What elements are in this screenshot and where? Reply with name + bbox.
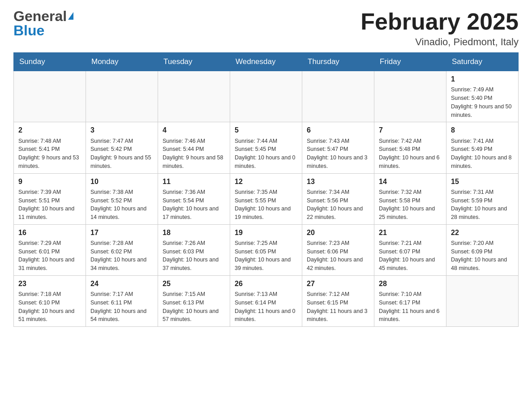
day-number: 12 — [235, 176, 297, 187]
calendar-cell: 3Sunrise: 7:47 AMSunset: 5:42 PMDaylight… — [86, 122, 158, 173]
day-info: Sunrise: 7:15 AMSunset: 6:13 PMDaylight:… — [163, 290, 225, 324]
day-number: 8 — [451, 125, 514, 135]
day-number: 20 — [307, 227, 369, 238]
day-info: Sunrise: 7:46 AMSunset: 5:44 PMDaylight:… — [163, 137, 225, 171]
day-info: Sunrise: 7:18 AMSunset: 6:10 PMDaylight:… — [18, 290, 81, 324]
calendar-cell: 15Sunrise: 7:31 AMSunset: 5:59 PMDayligh… — [446, 173, 519, 224]
calendar-cell: 13Sunrise: 7:34 AMSunset: 5:56 PMDayligh… — [302, 173, 374, 224]
weekday-header-monday: Monday — [86, 53, 158, 71]
week-row-2: 2Sunrise: 7:48 AMSunset: 5:41 PMDaylight… — [14, 122, 519, 173]
day-number: 6 — [307, 125, 369, 135]
day-info: Sunrise: 7:32 AMSunset: 5:58 PMDaylight:… — [379, 188, 442, 222]
day-number: 24 — [90, 278, 153, 289]
calendar-cell — [374, 71, 446, 122]
day-info: Sunrise: 7:29 AMSunset: 6:01 PMDaylight:… — [18, 239, 81, 273]
day-info: Sunrise: 7:41 AMSunset: 5:49 PMDaylight:… — [451, 137, 514, 171]
calendar-cell: 26Sunrise: 7:13 AMSunset: 6:14 PMDayligh… — [230, 275, 302, 326]
day-number: 25 — [163, 278, 225, 289]
day-info: Sunrise: 7:39 AMSunset: 5:51 PMDaylight:… — [18, 188, 81, 222]
day-info: Sunrise: 7:31 AMSunset: 5:59 PMDaylight:… — [451, 188, 514, 222]
day-number: 13 — [307, 176, 369, 187]
weekday-header-thursday: Thursday — [302, 53, 374, 71]
day-info: Sunrise: 7:12 AMSunset: 6:15 PMDaylight:… — [307, 290, 369, 324]
day-info: Sunrise: 7:44 AMSunset: 5:45 PMDaylight:… — [235, 137, 297, 171]
calendar-cell: 14Sunrise: 7:32 AMSunset: 5:58 PMDayligh… — [374, 173, 446, 224]
day-number: 2 — [18, 125, 81, 135]
calendar-cell: 5Sunrise: 7:44 AMSunset: 5:45 PMDaylight… — [230, 122, 302, 173]
day-number: 18 — [163, 227, 225, 238]
day-number: 14 — [379, 176, 442, 187]
day-number: 23 — [18, 278, 81, 289]
day-info: Sunrise: 7:26 AMSunset: 6:03 PMDaylight:… — [163, 239, 225, 273]
calendar-cell: 27Sunrise: 7:12 AMSunset: 6:15 PMDayligh… — [302, 275, 374, 326]
month-title: February 2025 — [360, 9, 519, 34]
logo-triangle-icon — [68, 12, 73, 20]
calendar-cell — [446, 275, 519, 326]
day-number: 21 — [379, 227, 442, 238]
calendar-cell — [302, 71, 374, 122]
weekday-header-wednesday: Wednesday — [230, 53, 302, 71]
week-row-4: 16Sunrise: 7:29 AMSunset: 6:01 PMDayligh… — [14, 224, 519, 275]
week-row-1: 1Sunrise: 7:49 AMSunset: 5:40 PMDaylight… — [14, 71, 519, 122]
title-block: February 2025 Vinadio, Piedmont, Italy — [360, 9, 519, 48]
day-info: Sunrise: 7:42 AMSunset: 5:48 PMDaylight:… — [379, 137, 442, 171]
calendar-cell: 10Sunrise: 7:38 AMSunset: 5:52 PMDayligh… — [86, 173, 158, 224]
location-title: Vinadio, Piedmont, Italy — [360, 36, 519, 48]
calendar-cell: 4Sunrise: 7:46 AMSunset: 5:44 PMDaylight… — [158, 122, 230, 173]
calendar-table: SundayMondayTuesdayWednesdayThursdayFrid… — [13, 52, 519, 327]
calendar-cell: 25Sunrise: 7:15 AMSunset: 6:13 PMDayligh… — [158, 275, 230, 326]
day-info: Sunrise: 7:36 AMSunset: 5:54 PMDaylight:… — [163, 188, 225, 222]
calendar-cell: 18Sunrise: 7:26 AMSunset: 6:03 PMDayligh… — [158, 224, 230, 275]
day-number: 26 — [235, 278, 297, 289]
day-number: 27 — [307, 278, 369, 289]
calendar-cell — [158, 71, 230, 122]
day-info: Sunrise: 7:38 AMSunset: 5:52 PMDaylight:… — [90, 188, 153, 222]
day-info: Sunrise: 7:21 AMSunset: 6:07 PMDaylight:… — [379, 239, 442, 273]
day-number: 11 — [163, 176, 225, 187]
calendar-cell: 2Sunrise: 7:48 AMSunset: 5:41 PMDaylight… — [14, 122, 86, 173]
calendar-cell — [14, 71, 86, 122]
page-header: General Blue February 2025 Vinadio, Pied… — [13, 9, 519, 48]
day-info: Sunrise: 7:28 AMSunset: 6:02 PMDaylight:… — [90, 239, 153, 273]
day-info: Sunrise: 7:20 AMSunset: 6:09 PMDaylight:… — [451, 239, 514, 273]
day-number: 5 — [235, 125, 297, 135]
calendar-cell: 1Sunrise: 7:49 AMSunset: 5:40 PMDaylight… — [446, 71, 519, 122]
calendar-cell: 17Sunrise: 7:28 AMSunset: 6:02 PMDayligh… — [86, 224, 158, 275]
calendar-cell: 22Sunrise: 7:20 AMSunset: 6:09 PMDayligh… — [446, 224, 519, 275]
day-number: 7 — [379, 125, 442, 135]
day-info: Sunrise: 7:13 AMSunset: 6:14 PMDaylight:… — [235, 290, 297, 324]
day-info: Sunrise: 7:49 AMSunset: 5:40 PMDaylight:… — [451, 86, 514, 119]
weekday-header-saturday: Saturday — [446, 53, 519, 71]
calendar-cell — [86, 71, 158, 122]
weekday-header-sunday: Sunday — [14, 53, 86, 71]
day-number: 22 — [451, 227, 514, 238]
day-info: Sunrise: 7:43 AMSunset: 5:47 PMDaylight:… — [307, 137, 369, 171]
logo-blue: Blue — [13, 23, 44, 38]
calendar-cell: 28Sunrise: 7:10 AMSunset: 6:17 PMDayligh… — [374, 275, 446, 326]
calendar-cell: 20Sunrise: 7:23 AMSunset: 6:06 PMDayligh… — [302, 224, 374, 275]
day-info: Sunrise: 7:10 AMSunset: 6:17 PMDaylight:… — [379, 290, 442, 324]
weekday-header-row: SundayMondayTuesdayWednesdayThursdayFrid… — [14, 53, 519, 71]
week-row-5: 23Sunrise: 7:18 AMSunset: 6:10 PMDayligh… — [14, 275, 519, 326]
calendar-cell: 23Sunrise: 7:18 AMSunset: 6:10 PMDayligh… — [14, 275, 86, 326]
day-info: Sunrise: 7:17 AMSunset: 6:11 PMDaylight:… — [90, 290, 153, 324]
calendar-cell: 19Sunrise: 7:25 AMSunset: 6:05 PMDayligh… — [230, 224, 302, 275]
day-info: Sunrise: 7:35 AMSunset: 5:55 PMDaylight:… — [235, 188, 297, 222]
calendar-cell: 11Sunrise: 7:36 AMSunset: 5:54 PMDayligh… — [158, 173, 230, 224]
weekday-header-tuesday: Tuesday — [158, 53, 230, 71]
day-number: 16 — [18, 227, 81, 238]
calendar-cell: 6Sunrise: 7:43 AMSunset: 5:47 PMDaylight… — [302, 122, 374, 173]
calendar-cell: 21Sunrise: 7:21 AMSunset: 6:07 PMDayligh… — [374, 224, 446, 275]
calendar-cell: 8Sunrise: 7:41 AMSunset: 5:49 PMDaylight… — [446, 122, 519, 173]
calendar-cell: 7Sunrise: 7:42 AMSunset: 5:48 PMDaylight… — [374, 122, 446, 173]
weekday-header-friday: Friday — [374, 53, 446, 71]
day-number: 1 — [451, 74, 514, 84]
day-number: 4 — [163, 125, 225, 135]
week-row-3: 9Sunrise: 7:39 AMSunset: 5:51 PMDaylight… — [14, 173, 519, 224]
calendar-cell: 24Sunrise: 7:17 AMSunset: 6:11 PMDayligh… — [86, 275, 158, 326]
calendar-cell: 12Sunrise: 7:35 AMSunset: 5:55 PMDayligh… — [230, 173, 302, 224]
day-info: Sunrise: 7:25 AMSunset: 6:05 PMDaylight:… — [235, 239, 297, 273]
day-number: 15 — [451, 176, 514, 187]
day-info: Sunrise: 7:23 AMSunset: 6:06 PMDaylight:… — [307, 239, 369, 273]
logo-general: General — [13, 9, 67, 23]
